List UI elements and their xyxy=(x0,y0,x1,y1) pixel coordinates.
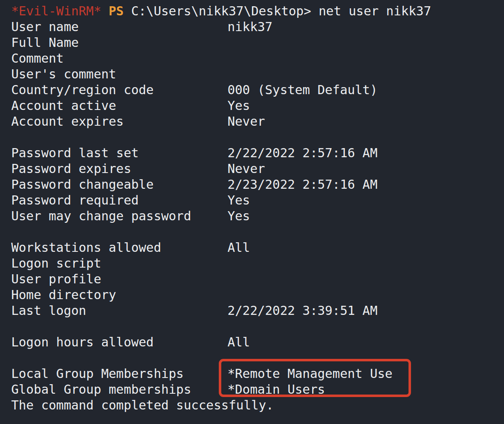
row-value: Yes xyxy=(228,208,250,224)
row-value: 2/22/2022 2:57:16 AM xyxy=(228,145,377,161)
output-row: Password last set2/22/2022 2:57:16 AM xyxy=(11,145,504,161)
row-label: Comment xyxy=(11,51,228,66)
row-label: User profile xyxy=(11,271,228,287)
row-label: Password last set xyxy=(11,145,228,161)
output-row: Logon script xyxy=(11,256,504,271)
output-row: Last logon2/22/2022 3:39:51 AM xyxy=(11,303,504,319)
output-row: User may change passwordYes xyxy=(11,208,504,224)
row-label: Password expires xyxy=(11,161,228,177)
blank-line xyxy=(11,129,504,145)
row-value: *Domain Users xyxy=(228,382,325,397)
output-row: User namenikk37 xyxy=(11,19,504,35)
output-row: Home directory xyxy=(11,287,504,303)
row-label: Full Name xyxy=(11,35,228,51)
row-label: Logon script xyxy=(11,256,228,271)
command-text: net user nikk37 xyxy=(319,4,431,18)
row-label: Workstations allowed xyxy=(11,240,228,256)
terminal-window[interactable]: *Evil-WinRM* PS C:\Users\nikk37\Desktop>… xyxy=(0,0,504,424)
row-value: Never xyxy=(228,114,265,129)
row-label: Last logon xyxy=(11,303,228,319)
output-row: User's comment xyxy=(11,66,504,82)
row-label: User may change password xyxy=(11,208,228,224)
output-row: Password expiresNever xyxy=(11,161,504,177)
evil-winrm-tag: *Evil-WinRM* xyxy=(11,4,101,18)
row-value: Never xyxy=(228,161,265,177)
output-row: Local Group Memberships*Remote Managemen… xyxy=(11,366,504,382)
row-label: Home directory xyxy=(11,287,228,303)
row-label: Logon hours allowed xyxy=(11,334,228,350)
output-row: User profile xyxy=(11,271,504,287)
row-value: 000 (System Default) xyxy=(228,82,377,98)
row-label: User name xyxy=(11,19,228,35)
prompt-path: C:\Users\nikk37\Desktop> xyxy=(131,4,311,18)
output-row: Workstations allowedAll xyxy=(11,240,504,256)
output-row: Full Name xyxy=(11,35,504,51)
row-label: Local Group Memberships xyxy=(11,366,228,382)
row-value: nikk37 xyxy=(228,19,272,35)
row-value: 2/22/2022 3:39:51 AM xyxy=(228,303,377,319)
blank-line xyxy=(11,224,504,240)
row-label: Password changeable xyxy=(11,177,228,193)
blank-line xyxy=(11,319,504,334)
row-value: All xyxy=(228,240,250,256)
row-label: User's comment xyxy=(11,66,228,82)
output-row: The command completed successfully. xyxy=(11,397,504,413)
row-value: Yes xyxy=(228,193,250,208)
prompt-line: *Evil-WinRM* PS C:\Users\nikk37\Desktop>… xyxy=(11,3,504,19)
row-value: *Remote Management Use xyxy=(228,366,392,382)
row-label: Account active xyxy=(11,98,228,114)
output-row: Logon hours allowedAll xyxy=(11,334,504,350)
row-label: Account expires xyxy=(11,114,228,129)
command-output: User namenikk37Full NameCommentUser's co… xyxy=(11,19,504,413)
row-label: Password required xyxy=(11,193,228,208)
ps-shell-label: PS xyxy=(109,4,124,18)
row-label: Country/region code xyxy=(11,82,228,98)
blank-line xyxy=(11,350,504,366)
output-row: Password changeable2/23/2022 2:57:16 AM xyxy=(11,177,504,193)
output-row: Global Group memberships*Domain Users xyxy=(11,382,504,397)
row-label: Global Group memberships xyxy=(11,382,228,397)
row-value: Yes xyxy=(228,98,250,114)
output-row: Country/region code000 (System Default) xyxy=(11,82,504,98)
output-row: Comment xyxy=(11,51,504,66)
output-row: Account activeYes xyxy=(11,98,504,114)
output-row: Account expiresNever xyxy=(11,114,504,129)
row-value: All xyxy=(228,334,250,350)
output-row: Password requiredYes xyxy=(11,193,504,208)
row-label: The command completed successfully. xyxy=(11,397,274,413)
row-value: 2/23/2022 2:57:16 AM xyxy=(228,177,377,193)
